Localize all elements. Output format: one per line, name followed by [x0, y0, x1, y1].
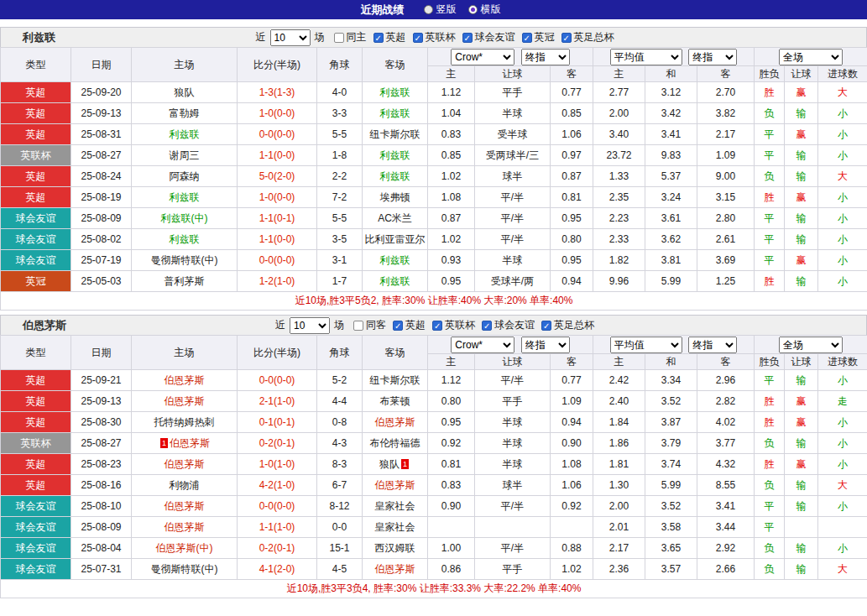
- league-filter-checkbox[interactable]: [373, 33, 384, 43]
- same-venue-checkbox[interactable]: [334, 33, 344, 43]
- odds-handicap: 球半: [475, 166, 551, 187]
- home-team: 伯恩茅斯: [132, 370, 238, 391]
- result-outcome: 平: [755, 250, 785, 271]
- odds-handicap: 球半: [475, 475, 551, 496]
- away-team: 西汉姆联: [363, 538, 428, 559]
- result-handicap: 赢: [785, 391, 818, 412]
- result-outcome: 负: [755, 475, 785, 496]
- scope-select[interactable]: 全场: [779, 49, 843, 65]
- col-header-corner: 角球: [317, 48, 363, 82]
- scope-select[interactable]: 全场: [779, 337, 843, 353]
- result-outcome: 负: [755, 433, 785, 454]
- avg-draw: 3.58: [645, 517, 697, 538]
- corner-score: 8-12: [317, 496, 363, 517]
- match-date: 25-09-20: [71, 82, 132, 103]
- red-card-icon: 1: [160, 438, 168, 448]
- odds-home: 1.12: [428, 370, 475, 391]
- league-filter-checkbox-label: 英联杯: [445, 318, 475, 332]
- corner-score: 4-5: [317, 559, 363, 580]
- league-badge: 英超: [1, 124, 71, 145]
- away-team: 比利亚雷亚尔: [363, 229, 428, 250]
- league-filter-checkbox[interactable]: [541, 321, 551, 331]
- match-row: 英超25-08-31利兹联0-0(0-0)5-5纽卡斯尔联0.83受半球1.06…: [1, 124, 867, 145]
- layout-radio-vertical[interactable]: 竖版: [424, 3, 457, 17]
- odds-away: 1.06: [551, 475, 593, 496]
- odds-handicap: 平手: [475, 82, 551, 103]
- corner-score: 0-0: [317, 517, 363, 538]
- summary-text: 近10场,胜3平5负2, 胜率:30% 让胜率:40% 大率:20% 单率:40…: [1, 292, 867, 311]
- league-badge: 英冠: [1, 271, 71, 292]
- avg-away: 3.69: [697, 250, 755, 271]
- bookmaker-select[interactable]: Crow*: [451, 49, 514, 65]
- avg-away: 3.15: [697, 187, 755, 208]
- result-handicap: 输: [785, 208, 818, 229]
- result-handicap: 输: [785, 370, 818, 391]
- home-team: 伯恩茅斯: [132, 517, 238, 538]
- away-team: 伯恩茅斯: [363, 412, 428, 433]
- odds-home: 0.95: [428, 271, 475, 292]
- odds-stage-select[interactable]: 终指: [521, 49, 570, 65]
- home-team: 伯恩茅斯: [132, 391, 238, 412]
- match-row: 球会友谊25-08-09利兹联(中)1-1(0-1)5-5AC米兰0.87平/半…: [1, 208, 867, 229]
- odds-away: 0.77: [551, 370, 593, 391]
- result-goals: 小: [818, 370, 867, 391]
- result-outcome: 平: [755, 370, 785, 391]
- layout-radio-horizontal[interactable]: 横版: [468, 3, 501, 17]
- league-filter-checkbox[interactable]: [522, 33, 532, 43]
- avg-group-header: 平均值 终指: [593, 336, 755, 354]
- avg-stage-select[interactable]: 终指: [688, 337, 737, 353]
- sub-header-avg-away: 客: [697, 66, 755, 82]
- same-venue-checkbox-label: 同客: [366, 318, 386, 332]
- league-filter-checkbox[interactable]: [393, 321, 403, 331]
- result-handicap: 赢: [785, 412, 818, 433]
- avg-stage-select[interactable]: 终指: [688, 49, 737, 65]
- result-handicap: 输: [785, 433, 818, 454]
- match-row: 英超25-08-24阿森纳5-0(2-0)2-2利兹联1.02球半0.871.3…: [1, 166, 867, 187]
- score: 0-2(0-1): [238, 433, 317, 454]
- match-date: 25-08-02: [71, 229, 132, 250]
- league-filter-checkbox[interactable]: [432, 321, 442, 331]
- recent-count-select[interactable]: 10: [270, 29, 311, 46]
- avg-draw: 3.52: [645, 391, 697, 412]
- average-select[interactable]: 平均值: [610, 49, 682, 65]
- result-handicap: 输: [785, 271, 818, 292]
- result-goals: 小: [818, 271, 867, 292]
- odds-handicap: 受两球半/三: [475, 145, 551, 166]
- score: 0-2(0-1): [238, 538, 317, 559]
- league-filter-checkbox[interactable]: [413, 33, 423, 43]
- odds-home: 0.95: [428, 412, 475, 433]
- average-select[interactable]: 平均值: [610, 337, 682, 353]
- match-date: 25-05-03: [71, 271, 132, 292]
- home-team: 利兹联(中): [132, 208, 238, 229]
- league-filter-checkbox[interactable]: [482, 321, 492, 331]
- odds-handicap: 半球: [475, 433, 551, 454]
- avg-draw: 9.83: [645, 145, 697, 166]
- league-filter-checkbox[interactable]: [462, 33, 473, 43]
- result-outcome: 负: [755, 166, 785, 187]
- recent-count-select[interactable]: 10: [290, 317, 330, 334]
- bookmaker-select[interactable]: Crow*: [451, 337, 514, 353]
- corner-score: 4-4: [317, 391, 363, 412]
- match-date: 25-08-27: [71, 145, 132, 166]
- match-date: 25-08-09: [71, 517, 132, 538]
- odds-home: 0.80: [428, 391, 475, 412]
- result-outcome: 负: [755, 559, 785, 580]
- corner-score: 6-7: [317, 475, 363, 496]
- recent-label: 近: [256, 30, 266, 44]
- home-team: 托特纳姆热刺: [132, 412, 238, 433]
- corner-score: 3-3: [317, 103, 363, 124]
- odds-handicap: 平手: [475, 559, 551, 580]
- league-filter-checkbox[interactable]: [561, 33, 572, 43]
- sub-header-odds-home: 主: [428, 354, 475, 370]
- radio-icon: [424, 5, 433, 14]
- result-group-header: 全场: [755, 336, 867, 354]
- result-handicap: 赢: [785, 250, 818, 271]
- away-team: 布莱顿: [363, 391, 428, 412]
- odds-stage-select[interactable]: 终指: [521, 337, 570, 353]
- odds-home: 0.85: [428, 145, 475, 166]
- result-handicap: 输: [785, 103, 818, 124]
- avg-away: 3.77: [697, 433, 755, 454]
- same-venue-checkbox[interactable]: [353, 321, 363, 331]
- odds-away: 0.87: [551, 166, 593, 187]
- match-date: 25-08-30: [71, 412, 132, 433]
